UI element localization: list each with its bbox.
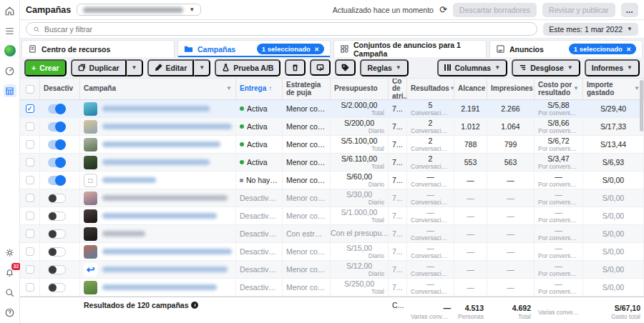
row-checkbox[interactable]: [26, 247, 34, 256]
vertical-scrollbar[interactable]: [639, 79, 643, 296]
campaign-cell[interactable]: [80, 207, 236, 224]
table-row[interactable]: Desactivado Menor costo S/30,00Diario 7.…: [20, 189, 644, 207]
selected-count-badge[interactable]: 1 seleccionado ✕: [569, 44, 636, 54]
campaign-cell[interactable]: [80, 279, 236, 296]
notifications-bell-icon[interactable]: 32: [4, 266, 16, 279]
campaign-toggle[interactable]: [48, 283, 66, 292]
row-checkbox[interactable]: ✓: [26, 104, 34, 113]
campaign-cell[interactable]: ↩: [80, 261, 236, 278]
row-checkbox[interactable]: [26, 283, 34, 292]
tag-button[interactable]: [335, 59, 356, 76]
campaign-toggle[interactable]: [48, 158, 66, 167]
table-row[interactable]: ▢ No hay anuncios Menor costo S/60,00Dia…: [20, 172, 644, 189]
campaign-toggle[interactable]: [48, 176, 66, 185]
header-impressions[interactable]: Impresiones▼: [487, 79, 535, 99]
campaign-toggle[interactable]: [48, 229, 66, 239]
header-toggle[interactable]: Desactiv: [40, 79, 80, 99]
campaign-cell[interactable]: [80, 136, 236, 153]
campaign-toggle[interactable]: [48, 122, 66, 131]
table-row[interactable]: ✓ Activa Menor costo S/2.000,00Total 7..…: [20, 100, 644, 118]
review-publish-button[interactable]: Revisar y publicar: [542, 3, 615, 17]
preview-button[interactable]: [310, 59, 331, 76]
header-reach[interactable]: Alcance▼: [454, 79, 487, 99]
business-logo[interactable]: [4, 44, 16, 57]
row-checkbox[interactable]: [26, 194, 34, 202]
campaign-toggle[interactable]: [48, 212, 66, 221]
row-checkbox[interactable]: [26, 158, 34, 167]
account-selector[interactable]: ▼: [77, 4, 201, 16]
search-filter-box[interactable]: [26, 22, 537, 36]
date-range-selector[interactable]: Este mes: 1 mar 2022 ▼: [543, 23, 638, 36]
select-all-checkbox[interactable]: [26, 85, 34, 94]
row-checkbox[interactable]: [26, 212, 34, 220]
header-campaign[interactable]: Campaña▼: [80, 79, 236, 99]
tab-ad-sets[interactable]: Conjuntos de anuncios para 1 Campaña: [333, 40, 487, 57]
table-row[interactable]: ↩ Desactivado Menor costo S/12,00Diario …: [20, 261, 644, 279]
campaign-toggle[interactable]: [48, 265, 66, 274]
duplicate-button[interactable]: Duplicar: [71, 59, 127, 76]
columns-button[interactable]: Columnas ▼: [437, 59, 507, 76]
settings-gear-icon[interactable]: [4, 246, 16, 259]
home-icon[interactable]: [4, 4, 16, 17]
search-input[interactable]: [44, 25, 530, 34]
campaign-cell[interactable]: [80, 225, 236, 242]
row-checkbox[interactable]: [26, 140, 34, 149]
dashboard-gauge-icon[interactable]: [4, 64, 16, 77]
status-dot: [240, 142, 244, 146]
edit-button[interactable]: Editar: [147, 59, 195, 76]
campaign-cell[interactable]: [80, 189, 236, 207]
refresh-icon[interactable]: ⟳: [439, 4, 447, 15]
table-row[interactable]: Desactivado Menor costo S/250,00Total 7.…: [20, 279, 644, 297]
clear-selection-icon[interactable]: ✕: [314, 46, 319, 53]
edit-dropdown[interactable]: ▼: [194, 59, 210, 76]
tab-ads[interactable]: Anuncios 1 seleccionado ✕: [489, 40, 643, 57]
duplicate-dropdown[interactable]: ▼: [127, 59, 143, 76]
table-row[interactable]: Activa Menor costo S/200,00Diario 7... 2…: [20, 118, 644, 136]
campaign-cell[interactable]: [80, 154, 236, 171]
info-icon[interactable]: i: [191, 302, 198, 309]
table-row[interactable]: Desactivado Con estrategia ... Con el pr…: [20, 225, 644, 243]
campaign-toggle[interactable]: [48, 104, 66, 114]
rules-button[interactable]: Reglas ▼: [360, 59, 408, 76]
ab-test-button[interactable]: Prueba A/B: [215, 59, 280, 76]
header-bid-strategy[interactable]: Estrategia de puja: [283, 79, 331, 99]
header-delivery[interactable]: Entrega↑: [236, 79, 283, 99]
tab-campaigns[interactable]: Campañas 1 seleccionado ✕: [177, 40, 331, 57]
campaign-cell[interactable]: ▢: [80, 172, 236, 189]
clear-selection-icon[interactable]: ✕: [626, 46, 631, 53]
create-button[interactable]: +Crear: [24, 59, 67, 76]
campaign-cell[interactable]: [80, 118, 236, 135]
header-cost-per-result[interactable]: Costo por resultado▼: [535, 79, 583, 99]
table-row[interactable]: Activa Menor costo S/6.110,00Total 7... …: [20, 154, 644, 172]
campaign-cell[interactable]: [80, 100, 236, 117]
help-icon[interactable]: [4, 306, 16, 319]
search-rail-icon[interactable]: [4, 286, 16, 299]
campaign-cell[interactable]: [80, 243, 236, 260]
reports-button[interactable]: Informes ▼: [585, 59, 640, 76]
tab-resource-center[interactable]: Centro de recursos: [21, 40, 175, 57]
scrollbar-thumb[interactable]: [640, 80, 643, 131]
more-options-button[interactable]: …: [621, 3, 639, 17]
campaign-toggle[interactable]: [48, 140, 66, 149]
table-row[interactable]: Desactivado Menor costo S/1.000,00Total …: [20, 207, 644, 225]
header-select-all[interactable]: [20, 79, 40, 99]
selected-count-badge[interactable]: 1 seleccionado ✕: [257, 44, 324, 54]
table-row[interactable]: Desactivado Menor costo S/15,00Diario 7.…: [20, 243, 644, 261]
header-attribution[interactable]: Co de atri...: [389, 79, 407, 99]
row-checkbox[interactable]: [26, 229, 34, 238]
ad-sets-grid-icon: [340, 44, 349, 54]
header-budget[interactable]: Presupuesto: [331, 79, 389, 99]
delete-button[interactable]: [285, 59, 306, 76]
row-checkbox[interactable]: [26, 265, 34, 274]
row-checkbox[interactable]: [26, 122, 34, 131]
ads-manager-table-icon[interactable]: [4, 84, 16, 97]
campaign-toggle[interactable]: [48, 247, 66, 257]
header-results[interactable]: Resultados▼: [407, 79, 454, 99]
discard-drafts-button[interactable]: Descartar borradores: [453, 3, 537, 17]
menu-icon[interactable]: [4, 24, 16, 37]
breakdown-button[interactable]: Desglose ▼: [512, 59, 580, 76]
header-amount-spent[interactable]: Importe gastado▼: [583, 79, 644, 99]
table-row[interactable]: Activa Menor costo S/5.100,00Total 7... …: [20, 136, 644, 154]
row-checkbox[interactable]: [26, 176, 34, 184]
campaign-toggle[interactable]: [48, 194, 66, 203]
